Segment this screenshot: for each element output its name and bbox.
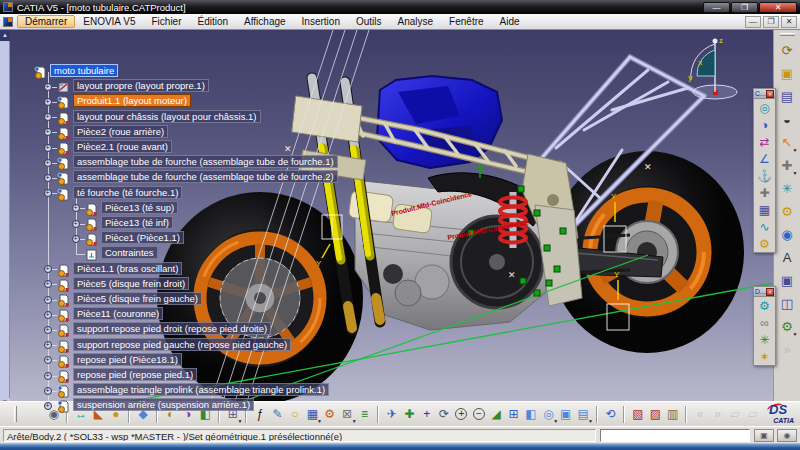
maximize-button[interactable]: ❐ bbox=[731, 2, 758, 13]
smart-move-icon[interactable]: ✶ bbox=[754, 348, 775, 365]
quick-constraint-icon[interactable]: ▦ bbox=[754, 201, 775, 218]
wireframe-icon[interactable]: ▤▼ bbox=[574, 405, 591, 424]
tree-expand-node[interactable]: + bbox=[44, 326, 52, 334]
coincidence-constraint-icon[interactable]: ◎ bbox=[754, 99, 775, 116]
tree-item-repose-pied-repose-pied-1[interactable]: repose pied (repose pied.1) bbox=[73, 368, 197, 381]
command-zoom-button[interactable]: ◉ bbox=[777, 429, 797, 442]
normal-view-icon[interactable]: ◢ bbox=[488, 405, 505, 424]
tree-scrollbar[interactable]: ▲ ▼ bbox=[0, 30, 10, 401]
tree-item-pi-ce2-roue-arri-re[interactable]: Pièce2 (roue arrière) bbox=[73, 125, 168, 138]
menu-enovia-v5[interactable]: ENOVIA V5 bbox=[75, 15, 143, 28]
fit-all-icon[interactable]: ✚ bbox=[401, 405, 418, 424]
anchor-constraint-icon[interactable]: ⚓ bbox=[754, 167, 775, 184]
catia-app-icon[interactable] bbox=[3, 2, 13, 12]
palette-title-bar[interactable]: D...✕ bbox=[754, 287, 775, 297]
tree-expand-node[interactable]: + bbox=[44, 113, 52, 121]
iso-view-icon[interactable]: ◧ bbox=[522, 405, 539, 424]
sort-az-icon[interactable]: A bbox=[777, 247, 798, 268]
power-input[interactable] bbox=[600, 429, 750, 442]
tree-expand-node[interactable]: + bbox=[44, 128, 52, 136]
toolbar-grip[interactable] bbox=[780, 33, 795, 36]
flyout-arrow-icon[interactable]: ▼ bbox=[793, 147, 798, 153]
gears-pair-icon[interactable]: ∞ bbox=[754, 314, 775, 331]
multi-view-icon[interactable]: ⊞ bbox=[505, 405, 522, 424]
tree-item-assemblage-triangle-prolink-assemblage-t[interactable]: assemblage triangle prolink (assemblage … bbox=[73, 383, 329, 396]
tree-item-t-fourche-t-fourche-1[interactable]: té fourche (té fourche.1) bbox=[73, 186, 182, 199]
tree-expand-node[interactable]: + bbox=[44, 356, 52, 364]
tree-item-layout-pour-ch-ssis-layout-pour-ch-ssis-[interactable]: layout pour châssis (layout pour châssis… bbox=[73, 110, 261, 123]
offset-constraint-icon[interactable]: ⇄ bbox=[754, 133, 775, 150]
windows-stack-icon[interactable]: ▣ bbox=[777, 270, 798, 291]
tree-expand-node[interactable]: + bbox=[44, 83, 52, 91]
zoom-in-icon[interactable]: + bbox=[453, 405, 470, 424]
tree-item-pi-ce1-1-bras-oscillant[interactable]: Pièce1.1 (bras oscillant) bbox=[73, 262, 182, 275]
tree-expand-node[interactable]: + bbox=[44, 296, 52, 304]
tree-item-moto-tubulaire[interactable]: moto tubulaire bbox=[50, 64, 118, 77]
tree-item-pi-ce1-pi-ce1-1[interactable]: Pièce1 (Pièce1.1) bbox=[101, 231, 184, 244]
tree-expand-node[interactable]: + bbox=[44, 402, 52, 410]
zoom-out-icon[interactable]: − bbox=[470, 405, 487, 424]
tree-expand-node[interactable]: + bbox=[72, 235, 80, 243]
tree-item-support-repose-pied-gauche-repose-pied-g[interactable]: support repose pied gauche (repose pied … bbox=[73, 338, 291, 351]
tree-expand-node[interactable]: + bbox=[44, 341, 52, 349]
menu--dition[interactable]: Édition bbox=[190, 15, 237, 28]
contact-constraint-icon[interactable]: ◑ bbox=[754, 116, 775, 133]
minimize-button[interactable]: — bbox=[703, 2, 730, 13]
gear-pointer-icon[interactable]: ⚙▼ bbox=[777, 316, 798, 337]
mdi-minimize-button[interactable]: — bbox=[745, 16, 761, 28]
tree-item-pi-ce5-disque-frein-droit[interactable]: Pièce5 (disque frein droit) bbox=[73, 277, 189, 290]
refresh-icon[interactable]: ⟲ bbox=[602, 405, 619, 424]
publication-icon[interactable]: ▧ bbox=[629, 405, 646, 424]
tree-item-repose-pied-pi-ce18-1[interactable]: repose pied (Pièce18.1) bbox=[73, 353, 182, 366]
menu-aide[interactable]: Aide bbox=[492, 15, 528, 28]
scroll-up-icon[interactable]: ▲ bbox=[0, 30, 10, 41]
scene-glasses-icon[interactable]: ◒ bbox=[777, 109, 798, 130]
menu-analyse[interactable]: Analyse bbox=[390, 15, 442, 28]
tree-expand-node[interactable]: + bbox=[44, 174, 52, 182]
dof-node-icon[interactable]: ✳ bbox=[754, 331, 775, 348]
tree-expand-node[interactable]: + bbox=[44, 280, 52, 288]
update-icon[interactable]: ⟳ bbox=[777, 40, 798, 61]
rules-icon[interactable]: ≡ bbox=[356, 405, 373, 424]
tree-expand-node[interactable]: + bbox=[44, 159, 52, 167]
menu-affichage[interactable]: Affichage bbox=[236, 15, 294, 28]
save-manage-icon[interactable]: ▥ bbox=[664, 405, 681, 424]
assembly-constraints-icon[interactable]: ⚙ bbox=[777, 201, 798, 222]
tree-item-pi-ce13-t-inf[interactable]: Pièce13 (té inf) bbox=[101, 216, 173, 229]
menu-insertion[interactable]: Insertion bbox=[294, 15, 348, 28]
menu-fen-tre[interactable]: Fenêtre bbox=[441, 15, 491, 28]
compass-gear-icon[interactable]: ✳ bbox=[777, 178, 798, 199]
fly-mode-icon[interactable]: ✈ bbox=[383, 405, 400, 424]
change-constraint-icon[interactable]: ⚙ bbox=[754, 235, 775, 252]
tree-item-layout-propre-layout-propre-1[interactable]: layout propre (layout propre.1) bbox=[73, 79, 209, 92]
mdi-restore-button[interactable]: ❐ bbox=[763, 16, 779, 28]
catia-doc-icon[interactable] bbox=[3, 17, 13, 27]
close-button[interactable]: ✕ bbox=[759, 2, 797, 13]
tree-expand-node[interactable]: + bbox=[44, 372, 52, 380]
flyout-arrow-icon[interactable]: ▼ bbox=[793, 331, 798, 337]
tree-item-contraintes[interactable]: Contraintes bbox=[101, 246, 158, 259]
tree-item-assemblage-tube-de-fourche-assemblage-tu[interactable]: assemblage tube de fourche (assemblage t… bbox=[73, 155, 338, 168]
tree-item-assemblage-tube-de-fourche-assemblage-tu[interactable]: assemblage tube de fourche (assemblage t… bbox=[73, 170, 338, 183]
tree-item-pi-ce5-disque-frein-gauche[interactable]: Pièce5 (disque frein gauche) bbox=[73, 292, 202, 305]
tree-expand-node[interactable]: + bbox=[72, 220, 80, 228]
tree-expand-node[interactable]: + bbox=[72, 204, 80, 212]
exploded-view-icon[interactable]: ◉ bbox=[777, 224, 798, 245]
flexible-assembly-icon[interactable]: ∿ bbox=[754, 218, 775, 235]
tree-expand-node[interactable]: + bbox=[44, 265, 52, 273]
palette-title-bar[interactable]: C...✕ bbox=[754, 89, 775, 99]
links-icon[interactable]: ▨ bbox=[647, 405, 664, 424]
tree-item-pi-ce11-couronne[interactable]: Pièce11 (couronne) bbox=[73, 307, 163, 320]
render-style-icon[interactable]: ◎▼ bbox=[540, 405, 557, 424]
select-cursor-icon[interactable]: ↖▼ bbox=[777, 132, 798, 153]
scroll-down-icon[interactable]: ▼ bbox=[0, 398, 10, 401]
tree-item-pi-ce2-1-roue-avant[interactable]: Pièce2.1 (roue avant) bbox=[73, 140, 172, 153]
tree-expand-node[interactable]: + bbox=[44, 144, 52, 152]
tree-item-pi-ce13-t-sup[interactable]: Pièce13 (té sup) bbox=[101, 201, 178, 214]
flyout-arrow-icon[interactable]: ▼ bbox=[588, 418, 593, 424]
dialog-grid-button[interactable]: ▣ bbox=[754, 429, 774, 442]
menu-outils[interactable]: Outils bbox=[348, 15, 390, 28]
overlap-windows-icon[interactable]: ◫ bbox=[777, 293, 798, 314]
menu-d-marrer[interactable]: Démarrer bbox=[17, 15, 75, 28]
menu-fichier[interactable]: Fichier bbox=[143, 15, 189, 28]
